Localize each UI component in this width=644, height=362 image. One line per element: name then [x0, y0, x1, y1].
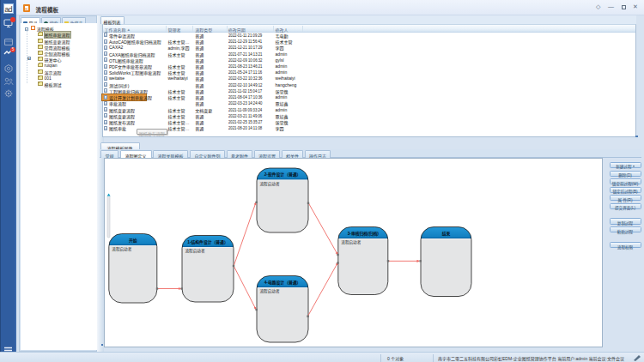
svg-text:结束: 结束 — [441, 230, 450, 236]
svg-text:流程启动者: 流程启动者 — [259, 180, 279, 186]
svg-text:4-电路设计（普通）: 4-电路设计（普通） — [264, 279, 301, 285]
svg-text:1-结构件设计（普通）: 1-结构件设计（普通） — [187, 238, 228, 244]
svg-text:流程启动者: 流程启动者 — [259, 288, 279, 294]
svg-text:流程启动者: 流程启动者 — [341, 239, 361, 245]
svg-text:流程启动者: 流程启动者 — [112, 246, 131, 252]
svg-text:开始: 开始 — [128, 237, 137, 243]
svg-text:流程启动者: 流程启动者 — [185, 248, 204, 254]
svg-text:2-软件设计（普通）: 2-软件设计（普通） — [264, 172, 301, 178]
svg-text:3-审核归档(归档): 3-审核归档(归档) — [347, 230, 379, 236]
